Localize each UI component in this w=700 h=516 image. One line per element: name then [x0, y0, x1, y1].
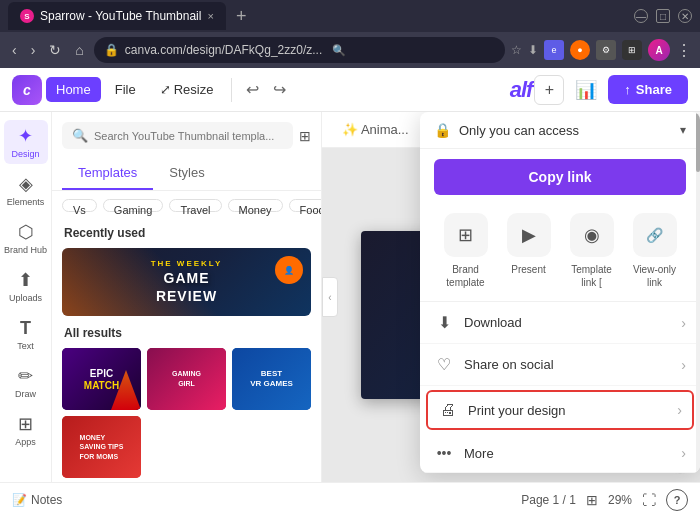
animate-label: Anima...	[361, 122, 409, 137]
more-menu-icon: •••	[434, 445, 454, 461]
present-label: Present	[511, 263, 545, 276]
search-input[interactable]	[94, 130, 283, 142]
recently-used-title: Recently used	[52, 220, 321, 244]
copy-link-button[interactable]: Copy link	[434, 159, 686, 195]
result-thumb-girl-text: GAMINGGIRL	[168, 365, 205, 393]
bookmark-icon: ☆	[511, 43, 522, 57]
brand-template-label: Brandtemplate	[446, 263, 484, 289]
sidebar-item-text[interactable]: T Text	[4, 312, 48, 356]
present-icon: ▶	[507, 213, 551, 257]
brand-template-button[interactable]: ⊞ Brandtemplate	[444, 213, 488, 289]
maximize-button[interactable]: □	[656, 9, 670, 23]
template-link-label: Templatelink [	[571, 263, 612, 289]
print-icon: 🖨	[438, 401, 458, 419]
refresh-button[interactable]: ↻	[45, 40, 65, 60]
download-menu-item[interactable]: ⬇ Download ›	[420, 302, 700, 344]
dropdown-header[interactable]: 🔒 Only you can access ▾	[420, 112, 700, 149]
sidebar-item-uploads[interactable]: ⬆ Uploads	[4, 264, 48, 308]
sidebar-item-brand[interactable]: ⬡ Brand Hub	[4, 216, 48, 260]
resize-button[interactable]: ⤢ Resize	[150, 77, 224, 102]
recently-used-grid: THE WEEKLY GAME REVIEW 👤	[52, 244, 321, 320]
recently-used-thumb[interactable]: THE WEEKLY GAME REVIEW 👤	[62, 248, 311, 316]
apps-icon: ⊞	[18, 413, 33, 435]
result-thumb-vr[interactable]: BESTVR GAMES	[232, 348, 311, 410]
chip-food[interactable]: Food	[289, 199, 321, 212]
draw-icon: ✏	[18, 365, 33, 387]
animate-button[interactable]: ✨ Anima...	[334, 117, 417, 142]
elements-icon: ◈	[19, 173, 33, 195]
more-menu-label: More	[464, 446, 671, 461]
extension-icon-4[interactable]: ⊞	[622, 40, 642, 60]
view-only-link-button[interactable]: 🔗 View-onlylink	[633, 213, 677, 289]
canva-wordmark: alf	[510, 77, 533, 103]
sidebar-item-apps[interactable]: ⊞ Apps	[4, 408, 48, 452]
undo-redo-group: ↩ ↪	[240, 76, 292, 103]
chip-vs[interactable]: Vs	[62, 199, 97, 212]
panel-collapse-handle[interactable]: ‹	[322, 277, 338, 317]
canva-plus-button[interactable]: +	[534, 75, 564, 105]
home-button[interactable]: ⌂	[71, 40, 87, 60]
close-button[interactable]: ✕	[678, 9, 692, 23]
present-button[interactable]: ▶ Present	[507, 213, 551, 289]
result-thumb-money[interactable]: MONEYSAVING TIPSFOR MOMS	[62, 416, 141, 478]
tab-favicon: S	[20, 9, 34, 23]
browser-menu-icon[interactable]: ⋮	[676, 41, 692, 60]
template-link-button[interactable]: ◉ Templatelink [	[570, 213, 614, 289]
view-only-label: View-onlylink	[633, 263, 676, 289]
sidebar-label-uploads: Uploads	[9, 293, 42, 303]
sidebar-label-brand: Brand Hub	[4, 245, 47, 256]
help-button[interactable]: ?	[666, 489, 688, 511]
sidebar-item-design[interactable]: ✦ Design	[4, 120, 48, 164]
extension-icon-1[interactable]: e	[544, 40, 564, 60]
access-text: Only you can access	[459, 123, 672, 138]
share-social-menu-item[interactable]: ♡ Share on social ›	[420, 344, 700, 386]
sidebar-item-draw[interactable]: ✏ Draw	[4, 360, 48, 404]
zoom-indicator[interactable]: 29%	[608, 493, 632, 507]
home-button[interactable]: Home	[46, 77, 101, 102]
fullscreen-button[interactable]: ⛶	[642, 492, 656, 508]
result-thumb-girl[interactable]: GAMINGGIRL	[147, 348, 226, 410]
search-icon: 🔍	[72, 128, 88, 143]
canva-toolbar: c Home File ⤢ Resize ↩ ↪ alf + 📊 ↑ Share	[0, 68, 700, 112]
toolbar-right: alf + 📊 ↑ Share	[510, 75, 688, 105]
tab-styles[interactable]: Styles	[153, 157, 220, 190]
sidebar-icons: ✦ Design ◈ Elements ⬡ Brand Hub ⬆ Upload…	[0, 112, 52, 482]
toolbar-separator	[231, 78, 232, 102]
canva-logo: c	[12, 75, 42, 105]
tab-templates[interactable]: Templates	[62, 157, 153, 190]
forward-button[interactable]: ›	[27, 40, 40, 60]
chip-money[interactable]: Money	[228, 199, 283, 212]
share-dropdown: 🔒 Only you can access ▾ Copy link ⊞ Bran…	[420, 112, 700, 473]
minimize-button[interactable]: —	[634, 9, 648, 23]
print-design-menu-item[interactable]: 🖨 Print your design ›	[426, 390, 694, 430]
new-tab-button[interactable]: +	[236, 6, 247, 27]
text-icon: T	[20, 318, 31, 339]
grid-view-button[interactable]: ⊞	[586, 492, 598, 508]
sidebar-item-elements[interactable]: ◈ Elements	[4, 168, 48, 212]
redo-button[interactable]: ↪	[267, 76, 292, 103]
browser-tab[interactable]: S Sparrow - YouTube Thumbnail ×	[8, 2, 226, 30]
share-button[interactable]: ↑ Share	[608, 75, 688, 104]
address-input-wrap[interactable]: 🔒 canva.com/design/DAFkQg_2zz0/z... 🔍	[94, 37, 505, 63]
undo-button[interactable]: ↩	[240, 76, 265, 103]
notes-button[interactable]: 📝 Notes	[12, 493, 62, 507]
back-button[interactable]: ‹	[8, 40, 21, 60]
scrollbar-thumb[interactable]	[696, 112, 700, 172]
extension-icon-2[interactable]: ●	[570, 40, 590, 60]
search-input-wrap[interactable]: 🔍	[62, 122, 293, 149]
analytics-button[interactable]: 📊	[572, 76, 600, 104]
tab-close-button[interactable]: ×	[207, 10, 213, 22]
profile-avatar[interactable]: A	[648, 39, 670, 61]
download-menu-icon: ⬇	[434, 313, 454, 332]
file-button[interactable]: File	[105, 77, 146, 102]
bottom-right: Page 1 / 1 ⊞ 29% ⛶ ?	[521, 489, 688, 511]
extension-icon-3[interactable]: ⚙	[596, 40, 616, 60]
chip-gaming[interactable]: Gaming	[103, 199, 164, 212]
main-content: ✦ Design ◈ Elements ⬡ Brand Hub ⬆ Upload…	[0, 112, 700, 482]
chip-travel[interactable]: Travel	[169, 199, 221, 212]
more-menu-item[interactable]: ••• More ›	[420, 434, 700, 473]
lock-icon: 🔒	[434, 122, 451, 138]
resize-icon: ⤢	[160, 82, 171, 97]
filter-button[interactable]: ⊞	[299, 128, 311, 144]
result-thumb-epic[interactable]: Epic Match	[62, 348, 141, 410]
